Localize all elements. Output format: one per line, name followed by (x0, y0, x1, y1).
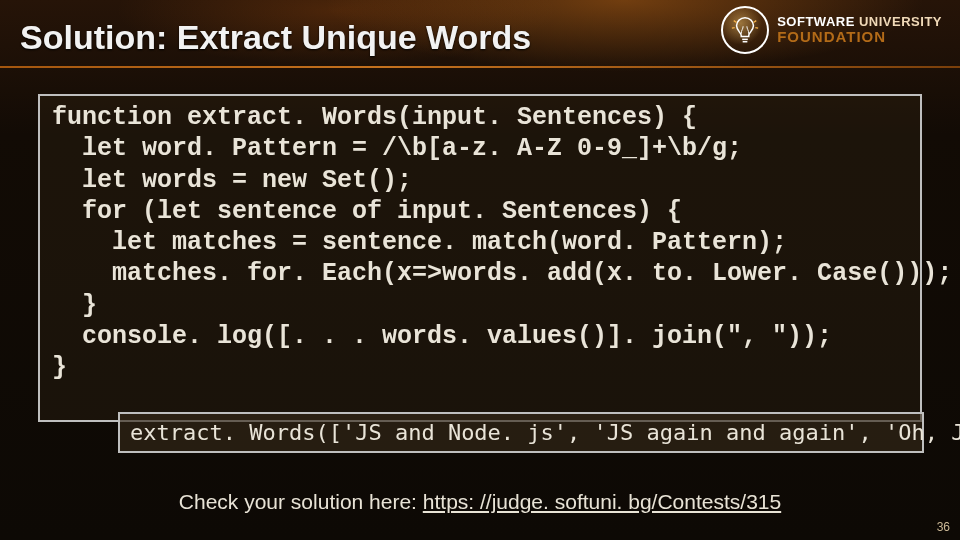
code-block-call: extract. Words(['JS and Node. js', 'JS a… (118, 412, 924, 453)
logo-text: SOFTWARE UNIVERSITY FOUNDATION (777, 15, 942, 44)
footer-prefix: Check your solution here: (179, 490, 423, 513)
code-block-main: function extract. Words(input. Sentences… (38, 94, 922, 422)
footer: Check your solution here: https: //judge… (0, 490, 960, 514)
lightbulb-icon (721, 6, 769, 54)
logo: SOFTWARE UNIVERSITY FOUNDATION (721, 6, 942, 54)
footer-link[interactable]: https: //judge. softuni. bg/Contests/315 (423, 490, 781, 513)
page-number: 36 (937, 520, 950, 534)
title-underline (0, 66, 960, 68)
slide: Solution: Extract Unique Words SOFTWARE … (0, 0, 960, 540)
call-text: extract. Words(['JS and Node. js', 'JS a… (130, 420, 912, 445)
code-text: function extract. Words(input. Sentences… (52, 102, 908, 383)
logo-line3: FOUNDATION (777, 29, 942, 45)
page-title: Solution: Extract Unique Words (20, 18, 531, 57)
